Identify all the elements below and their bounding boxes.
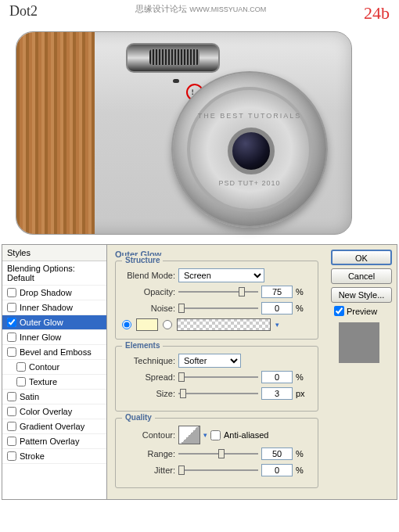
lens-text-bottom: PSD TUT+ 2010	[190, 179, 309, 187]
dialog-buttons: OK Cancel New Style... Preview	[326, 245, 397, 499]
style-stroke[interactable]: Stroke	[2, 449, 106, 464]
color-overlay-checkbox[interactable]	[7, 407, 16, 416]
drop-shadow-checkbox[interactable]	[7, 288, 16, 297]
gradient-radio[interactable]	[163, 320, 172, 329]
outer-glow-checkbox[interactable]	[7, 318, 16, 327]
style-contour[interactable]: Contour	[2, 360, 106, 375]
style-outer-glow[interactable]: Outer Glow	[2, 315, 106, 330]
preview-checkbox[interactable]	[334, 306, 344, 316]
technique-label: Technique:	[122, 356, 175, 365]
noise-label: Noise:	[122, 304, 175, 313]
camera-mic	[173, 79, 179, 83]
glow-gradient-swatch[interactable]	[177, 318, 271, 331]
size-label: Size:	[122, 389, 175, 398]
gradient-dropdown-icon[interactable]: ▾	[275, 321, 279, 329]
contour-checkbox[interactable]	[16, 362, 26, 372]
noise-input[interactable]	[261, 302, 293, 315]
structure-group: Structure Blend Mode: Screen Opacity: % …	[115, 261, 318, 340]
pattern-overlay-checkbox[interactable]	[7, 437, 16, 446]
quality-group: Quality Contour: ▾ Anti-aliased Range: %…	[115, 418, 318, 488]
elements-group: Elements Technique: Softer Spread: % Siz…	[115, 346, 318, 412]
style-inner-shadow[interactable]: Inner Shadow	[2, 300, 106, 315]
watermark: 思缘设计论坛 WWW.MISSYUAN.COM	[135, 3, 266, 23]
inner-glow-checkbox[interactable]	[7, 332, 16, 342]
elements-legend: Elements	[122, 341, 163, 350]
size-slider[interactable]	[178, 386, 258, 401]
settings-panel: Outer Glow Structure Blend Mode: Screen …	[107, 245, 326, 499]
style-texture[interactable]: Texture	[2, 375, 106, 390]
style-pattern-overlay[interactable]: Pattern Overlay	[2, 434, 106, 449]
layer-name: Dot2	[9, 3, 38, 23]
structure-legend: Structure	[122, 256, 163, 264]
style-color-overlay[interactable]: Color Overlay	[2, 404, 106, 419]
camera-flash	[126, 43, 220, 73]
texture-checkbox[interactable]	[16, 377, 26, 386]
bevel-checkbox[interactable]	[7, 347, 16, 357]
style-bevel-emboss[interactable]: Bevel and Emboss	[2, 345, 106, 360]
camera-render: ⠇ THE BEST TUTORIALS PSD TUT+ 2010	[16, 31, 352, 235]
style-gradient-overlay[interactable]: Gradient Overlay	[2, 419, 106, 434]
new-style-button[interactable]: New Style...	[331, 287, 392, 303]
opacity-label: Opacity:	[122, 287, 175, 297]
layer-style-dialog: Styles Blending Options: Default Drop Sh…	[2, 244, 397, 500]
inner-shadow-checkbox[interactable]	[7, 303, 16, 312]
contour-dropdown-icon[interactable]: ▾	[203, 431, 207, 439]
blending-options-row[interactable]: Blending Options: Default	[2, 261, 106, 286]
jitter-input[interactable]	[261, 464, 293, 476]
camera-grip	[16, 32, 95, 234]
preview-swatch	[339, 322, 379, 363]
stroke-checkbox[interactable]	[7, 451, 16, 461]
range-label: Range:	[122, 449, 175, 458]
page-header: Dot2 思缘设计论坛 WWW.MISSYUAN.COM 24b	[0, 0, 399, 25]
style-inner-glow[interactable]: Inner Glow	[2, 330, 106, 345]
jitter-label: Jitter:	[122, 466, 175, 475]
opacity-slider[interactable]	[178, 285, 258, 299]
opacity-input[interactable]	[261, 286, 293, 298]
cancel-button[interactable]: Cancel	[331, 268, 392, 284]
contour-picker[interactable]	[178, 426, 200, 444]
spread-label: Spread:	[122, 372, 175, 382]
quality-legend: Quality	[122, 413, 155, 422]
styles-list: Styles Blending Options: Default Drop Sh…	[2, 245, 107, 499]
size-input[interactable]	[261, 387, 293, 400]
satin-checkbox[interactable]	[7, 392, 16, 401]
styles-header[interactable]: Styles	[2, 245, 106, 261]
antialiased-label: Anti-aliased	[224, 430, 268, 440]
antialiased-checkbox[interactable]	[210, 430, 221, 440]
style-satin[interactable]: Satin	[2, 390, 106, 404]
style-drop-shadow[interactable]: Drop Shadow	[2, 286, 106, 300]
blend-mode-select[interactable]: Screen	[178, 268, 264, 282]
glow-color-swatch[interactable]	[136, 318, 158, 331]
jitter-slider[interactable]	[178, 463, 258, 477]
technique-select[interactable]: Softer	[178, 354, 241, 368]
noise-slider[interactable]	[178, 301, 258, 315]
ok-button[interactable]: OK	[331, 250, 392, 265]
range-input[interactable]	[261, 448, 293, 460]
step-number: 24b	[364, 3, 390, 23]
spread-input[interactable]	[261, 371, 293, 383]
color-radio[interactable]	[122, 320, 131, 329]
gradient-overlay-checkbox[interactable]	[7, 422, 16, 431]
contour-label: Contour:	[122, 430, 175, 440]
spread-slider[interactable]	[178, 370, 258, 384]
lens-text-top: THE BEST TUTORIALS	[190, 112, 309, 120]
camera-lens: THE BEST TUTORIALS PSD TUT+ 2010	[171, 71, 328, 228]
blend-mode-label: Blend Mode:	[122, 271, 175, 280]
canvas-preview: ⠇ THE BEST TUTORIALS PSD TUT+ 2010	[0, 25, 399, 244]
range-slider[interactable]	[178, 447, 258, 461]
preview-label: Preview	[347, 307, 377, 316]
